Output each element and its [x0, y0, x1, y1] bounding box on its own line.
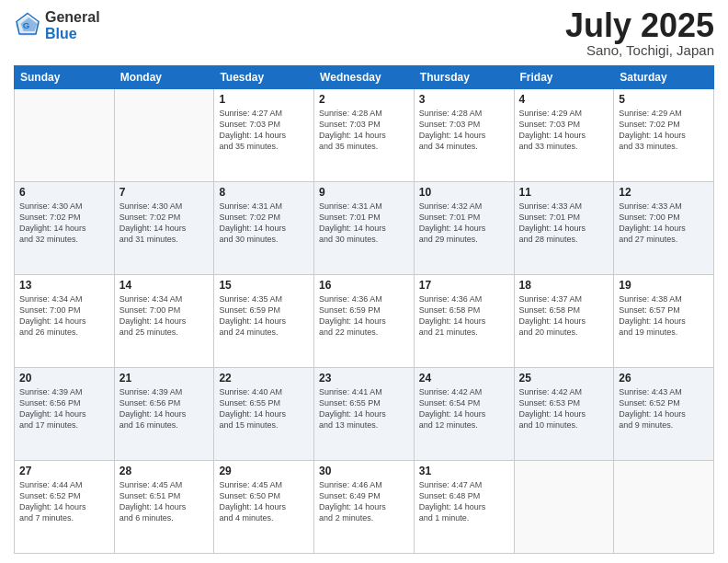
calendar-header-saturday: Saturday — [614, 66, 714, 89]
calendar-cell: 30Sunrise: 4:46 AM Sunset: 6:49 PM Dayli… — [314, 461, 415, 554]
calendar-header-row: SundayMondayTuesdayWednesdayThursdayFrid… — [15, 66, 714, 89]
day-info: Sunrise: 4:32 AM Sunset: 7:01 PM Dayligh… — [419, 201, 509, 246]
calendar-week-3: 13Sunrise: 4:34 AM Sunset: 7:00 PM Dayli… — [15, 275, 714, 368]
calendar-cell: 27Sunrise: 4:44 AM Sunset: 6:52 PM Dayli… — [15, 461, 115, 554]
day-number: 19 — [619, 279, 709, 292]
day-info: Sunrise: 4:31 AM Sunset: 7:02 PM Dayligh… — [219, 201, 309, 246]
calendar-header-monday: Monday — [114, 66, 214, 89]
day-info: Sunrise: 4:33 AM Sunset: 7:00 PM Dayligh… — [619, 201, 709, 246]
day-info: Sunrise: 4:41 AM Sunset: 6:55 PM Dayligh… — [319, 386, 409, 431]
calendar-week-5: 27Sunrise: 4:44 AM Sunset: 6:52 PM Dayli… — [15, 461, 714, 554]
day-info: Sunrise: 4:35 AM Sunset: 6:59 PM Dayligh… — [219, 293, 309, 339]
day-number: 11 — [519, 186, 609, 199]
calendar-week-4: 20Sunrise: 4:39 AM Sunset: 6:56 PM Dayli… — [15, 368, 714, 461]
day-info: Sunrise: 4:44 AM Sunset: 6:52 PM Dayligh… — [19, 479, 109, 524]
logo: G General Blue — [14, 9, 100, 41]
day-info: Sunrise: 4:38 AM Sunset: 6:57 PM Dayligh… — [619, 293, 709, 339]
calendar-cell: 7Sunrise: 4:30 AM Sunset: 7:02 PM Daylig… — [114, 182, 214, 275]
calendar-cell — [514, 461, 614, 554]
calendar-header-sunday: Sunday — [15, 66, 115, 89]
day-number: 28 — [119, 465, 210, 477]
header: G General Blue July 2025 Sano, Tochigi, … — [14, 9, 714, 58]
day-info: Sunrise: 4:30 AM Sunset: 7:02 PM Dayligh… — [19, 201, 109, 246]
day-info: Sunrise: 4:37 AM Sunset: 6:58 PM Dayligh… — [519, 293, 609, 339]
day-info: Sunrise: 4:42 AM Sunset: 6:54 PM Dayligh… — [419, 386, 509, 431]
day-number: 13 — [19, 279, 109, 292]
calendar-cell: 21Sunrise: 4:39 AM Sunset: 6:56 PM Dayli… — [114, 368, 214, 461]
day-info: Sunrise: 4:29 AM Sunset: 7:03 PM Dayligh… — [519, 108, 609, 153]
day-info: Sunrise: 4:31 AM Sunset: 7:01 PM Dayligh… — [319, 201, 409, 246]
day-info: Sunrise: 4:34 AM Sunset: 7:00 PM Dayligh… — [19, 293, 109, 339]
page-container: G General Blue July 2025 Sano, Tochigi, … — [0, 0, 728, 563]
logo-icon: G — [14, 12, 41, 40]
day-info: Sunrise: 4:36 AM Sunset: 6:59 PM Dayligh… — [319, 293, 409, 339]
day-info: Sunrise: 4:28 AM Sunset: 7:03 PM Dayligh… — [319, 108, 409, 153]
day-number: 3 — [419, 93, 509, 106]
day-info: Sunrise: 4:47 AM Sunset: 6:48 PM Dayligh… — [419, 479, 509, 524]
day-info: Sunrise: 4:28 AM Sunset: 7:03 PM Dayligh… — [419, 108, 509, 153]
day-info: Sunrise: 4:45 AM Sunset: 6:50 PM Dayligh… — [219, 479, 309, 524]
day-info: Sunrise: 4:36 AM Sunset: 6:58 PM Dayligh… — [419, 293, 509, 339]
logo-blue-text: Blue — [45, 26, 100, 42]
calendar-cell: 9Sunrise: 4:31 AM Sunset: 7:01 PM Daylig… — [314, 182, 415, 275]
day-info: Sunrise: 4:27 AM Sunset: 7:03 PM Dayligh… — [219, 108, 309, 153]
calendar-cell: 6Sunrise: 4:30 AM Sunset: 7:02 PM Daylig… — [15, 182, 115, 275]
calendar-cell: 17Sunrise: 4:36 AM Sunset: 6:58 PM Dayli… — [414, 275, 514, 368]
day-number: 29 — [219, 465, 309, 477]
calendar-cell — [15, 89, 115, 182]
calendar-cell: 14Sunrise: 4:34 AM Sunset: 7:00 PM Dayli… — [114, 275, 214, 368]
day-number: 22 — [219, 372, 309, 385]
day-number: 27 — [19, 465, 109, 477]
logo-text: General Blue — [45, 9, 100, 41]
day-number: 1 — [219, 93, 309, 106]
calendar-header-tuesday: Tuesday — [214, 66, 314, 89]
calendar-cell: 4Sunrise: 4:29 AM Sunset: 7:03 PM Daylig… — [514, 89, 614, 182]
calendar-cell: 25Sunrise: 4:42 AM Sunset: 6:53 PM Dayli… — [514, 368, 614, 461]
day-info: Sunrise: 4:39 AM Sunset: 6:56 PM Dayligh… — [19, 386, 109, 431]
calendar-header-friday: Friday — [514, 66, 614, 89]
calendar-body: 1Sunrise: 4:27 AM Sunset: 7:03 PM Daylig… — [15, 89, 714, 554]
calendar-cell: 10Sunrise: 4:32 AM Sunset: 7:01 PM Dayli… — [414, 182, 514, 275]
calendar-cell: 2Sunrise: 4:28 AM Sunset: 7:03 PM Daylig… — [314, 89, 415, 182]
calendar-table: SundayMondayTuesdayWednesdayThursdayFrid… — [14, 65, 714, 554]
calendar-cell: 3Sunrise: 4:28 AM Sunset: 7:03 PM Daylig… — [414, 89, 514, 182]
day-number: 5 — [619, 93, 709, 106]
calendar-cell — [614, 461, 714, 554]
day-number: 7 — [119, 186, 210, 199]
calendar-cell: 16Sunrise: 4:36 AM Sunset: 6:59 PM Dayli… — [314, 275, 415, 368]
day-number: 15 — [219, 279, 309, 292]
svg-text:G: G — [23, 20, 30, 30]
day-info: Sunrise: 4:39 AM Sunset: 6:56 PM Dayligh… — [119, 386, 210, 431]
day-info: Sunrise: 4:42 AM Sunset: 6:53 PM Dayligh… — [519, 386, 609, 431]
day-number: 6 — [19, 186, 109, 199]
calendar-cell: 31Sunrise: 4:47 AM Sunset: 6:48 PM Dayli… — [414, 461, 514, 554]
day-info: Sunrise: 4:30 AM Sunset: 7:02 PM Dayligh… — [119, 201, 210, 246]
month-title: July 2025 — [565, 9, 714, 42]
day-number: 21 — [119, 372, 210, 385]
calendar-cell: 22Sunrise: 4:40 AM Sunset: 6:55 PM Dayli… — [214, 368, 314, 461]
calendar-cell: 5Sunrise: 4:29 AM Sunset: 7:02 PM Daylig… — [614, 89, 714, 182]
calendar-cell: 13Sunrise: 4:34 AM Sunset: 7:00 PM Dayli… — [15, 275, 115, 368]
day-number: 31 — [419, 465, 509, 477]
calendar-cell: 15Sunrise: 4:35 AM Sunset: 6:59 PM Dayli… — [214, 275, 314, 368]
calendar-cell: 24Sunrise: 4:42 AM Sunset: 6:54 PM Dayli… — [414, 368, 514, 461]
day-number: 30 — [319, 465, 409, 477]
day-info: Sunrise: 4:40 AM Sunset: 6:55 PM Dayligh… — [219, 386, 309, 431]
calendar-cell: 29Sunrise: 4:45 AM Sunset: 6:50 PM Dayli… — [214, 461, 314, 554]
day-number: 2 — [319, 93, 409, 106]
day-number: 25 — [519, 372, 609, 385]
day-info: Sunrise: 4:33 AM Sunset: 7:01 PM Dayligh… — [519, 201, 609, 246]
calendar-cell: 18Sunrise: 4:37 AM Sunset: 6:58 PM Dayli… — [514, 275, 614, 368]
day-number: 24 — [419, 372, 509, 385]
calendar-header-wednesday: Wednesday — [314, 66, 415, 89]
calendar-header-thursday: Thursday — [414, 66, 514, 89]
day-number: 14 — [119, 279, 210, 292]
day-info: Sunrise: 4:34 AM Sunset: 7:00 PM Dayligh… — [119, 293, 210, 339]
location: Sano, Tochigi, Japan — [565, 42, 714, 58]
calendar-cell: 1Sunrise: 4:27 AM Sunset: 7:03 PM Daylig… — [214, 89, 314, 182]
calendar-week-2: 6Sunrise: 4:30 AM Sunset: 7:02 PM Daylig… — [15, 182, 714, 275]
calendar-cell — [114, 89, 214, 182]
calendar-cell: 12Sunrise: 4:33 AM Sunset: 7:00 PM Dayli… — [614, 182, 714, 275]
day-info: Sunrise: 4:46 AM Sunset: 6:49 PM Dayligh… — [319, 479, 409, 524]
day-info: Sunrise: 4:43 AM Sunset: 6:52 PM Dayligh… — [619, 386, 709, 431]
